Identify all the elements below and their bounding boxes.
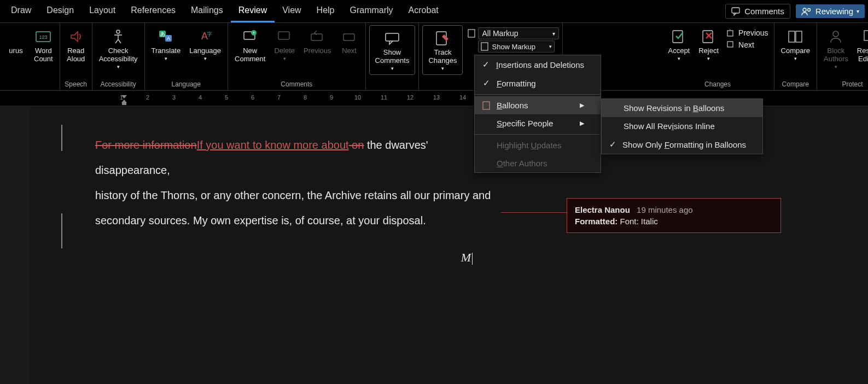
previous-change-button[interactable]: Previous [726,28,768,37]
people-icon [801,7,812,16]
group-label-language: Language [148,79,225,89]
tab-grammarly[interactable]: Grammarly [342,0,400,22]
svg-rect-0 [732,8,739,13]
read-aloud-button[interactable]: Read Aloud [63,25,89,66]
group-proofing: urus 123 Word Count [0,23,60,90]
menu-item-revisions-in-balloons[interactable]: Show Revisions in Balloons [602,99,762,117]
block-authors-button[interactable]: Block Authors ▾ [820,25,852,72]
revision-balloon[interactable]: Electra Nanou 19 minutes ago Formatted: … [567,198,781,233]
track-changes-button[interactable]: Track Changes ▾ [422,25,463,75]
word-count-button[interactable]: 123 Word Count [31,25,56,66]
group-changes: Accept ▾ Reject ▾ Previous Next Changes [661,23,774,90]
change-bar [61,125,62,151]
svg-point-28 [833,31,838,37]
balloon-connector [501,212,567,213]
show-comments-label: Show Comments [375,49,410,65]
next-icon [726,41,735,49]
ruler-marks: 1234567891011121314 [95,93,489,104]
paragraph[interactable]: M [95,244,505,272]
svg-rect-31 [483,102,490,109]
balloon-label: Formatted: [575,217,617,226]
language-label: Language [189,47,221,55]
word-count-icon: 123 [34,27,53,46]
paragraph[interactable]: secondary sources. My own expertise is, … [95,208,505,233]
reviewing-mode-button[interactable]: Reviewing ▾ [796,4,865,18]
svg-rect-27 [796,31,802,42]
group-comments: + New Comment Delete ▾ Previous Next Com… [228,23,366,90]
body-text: history of the Thorns, or any other conc… [95,189,491,201]
show-markup-button[interactable]: Show Markup ▾ [478,40,555,53]
tab-references[interactable]: References [123,0,183,22]
page-icon [481,101,491,110]
group-language: あA Translate ▾ A字 Language ▾ Language [145,23,229,90]
check-icon: ✓ [481,60,491,69]
delete-comment-button[interactable]: Delete ▾ [271,25,298,63]
menu-item-formatting[interactable]: ✓ Formatting [475,74,601,92]
menu-item-revisions-inline[interactable]: Show All Revisions Inline [602,117,762,135]
svg-point-5 [116,30,120,33]
lock-icon [860,27,868,46]
ribbon-tabs: Draw Design Layout References Mailings R… [3,0,446,22]
svg-rect-18 [386,33,399,41]
accept-button[interactable]: Accept ▾ [665,25,693,63]
group-label-comments: Comments [231,79,362,89]
paragraph[interactable]: history of the Thorns, or any other conc… [95,183,505,208]
tab-help[interactable]: Help [309,0,342,22]
track-changes-icon [433,29,452,48]
tab-design[interactable]: Design [39,0,81,22]
paragraph[interactable]: For more informationIf you want to know … [95,132,505,183]
block-authors-icon [826,27,845,46]
previous-comment-button[interactable]: Previous [300,25,335,57]
display-for-review-select[interactable]: All Markup ▾ [478,27,559,39]
thesaurus-button[interactable]: urus [3,25,28,57]
tab-view[interactable]: View [275,0,308,22]
language-icon: A字 [196,27,214,46]
svg-rect-20 [468,30,475,37]
tab-draw[interactable]: Draw [3,0,39,22]
menu-item-balloons[interactable]: Balloons ▶ [475,96,601,114]
read-aloud-label: Read Aloud [67,47,85,63]
check-icon: ✓ [481,78,491,88]
show-comments-button[interactable]: Show Comments ▾ [369,25,416,75]
previous-label: Previous [304,47,331,55]
restrict-editing-label: Restrict Editing [857,47,868,63]
compare-button[interactable]: Compare ▾ [778,25,813,63]
menu-item-highlight-updates: Highlight Updates [475,136,601,154]
signature-text: M [461,251,471,264]
next-change-button[interactable]: Next [726,40,768,49]
group-accessibility: Check Accessibility ▾ Accessibility [92,23,145,90]
tab-acrobat[interactable]: Acrobat [401,0,446,22]
chevron-down-icon: ▾ [835,64,837,69]
group-label-accessibility: Accessibility [96,79,141,89]
reject-button[interactable]: Reject ▾ [695,25,722,63]
new-comment-button[interactable]: + New Comment [231,25,269,66]
previous-change-label: Previous [738,28,768,37]
menu-item-only-formatting[interactable]: ✓ Show Only Formatting in Balloons [602,135,762,154]
ribbon-tab-bar: Draw Design Layout References Mailings R… [0,0,868,23]
check-accessibility-button[interactable]: Check Accessibility ▾ [96,25,141,72]
check-icon: ✓ [608,139,617,149]
menu-item-insertions[interactable]: ✓ Insertions and Deletions [475,55,601,74]
svg-point-1 [803,8,806,11]
group-protect: Block Authors ▾ Restrict Editing Protect [817,23,868,90]
restrict-editing-button[interactable]: Restrict Editing [854,25,868,66]
chevron-down-icon: ▾ [391,66,394,71]
group-show-comments: Show Comments ▾ [366,23,420,90]
tab-layout[interactable]: Layout [81,0,123,22]
chevron-down-icon: ▾ [549,44,552,49]
all-markup-value: All Markup [482,29,518,38]
comments-button[interactable]: Comments [725,4,790,19]
tab-review[interactable]: Review [231,0,275,22]
delete-label: Delete [274,47,295,55]
next-change-label: Next [738,40,754,49]
translate-button[interactable]: あA Translate ▾ [148,25,184,63]
language-button[interactable]: A字 Language ▾ [186,25,224,63]
menu-item-specific-people[interactable]: Specific People ▶ [475,114,601,132]
balloon-detail: Font: Italic [620,217,658,226]
tab-mailings[interactable]: Mailings [183,0,231,22]
group-label-protect: Protect [820,79,868,89]
block-authors-label: Block Authors [824,47,848,63]
chevron-down-icon: ▾ [794,56,797,61]
next-comment-button[interactable]: Next [337,25,362,57]
comments-label: Comments [744,7,784,16]
